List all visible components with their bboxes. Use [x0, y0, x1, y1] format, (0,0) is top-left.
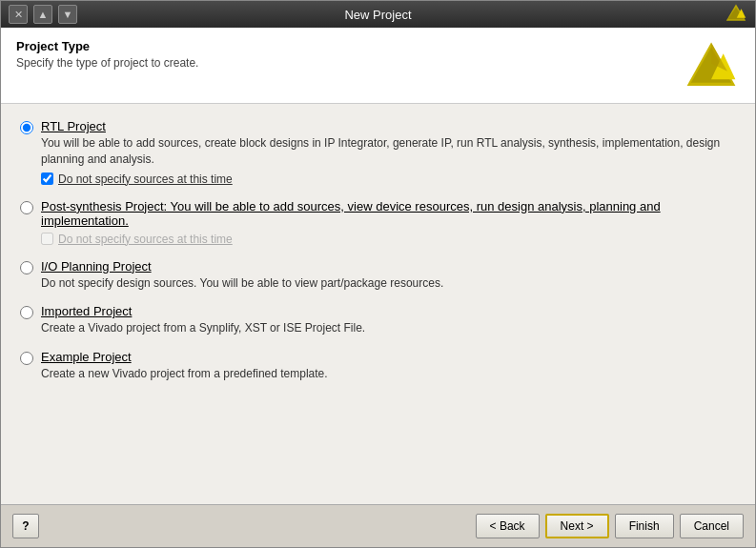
- page-title: Project Type: [16, 39, 683, 53]
- post-synthesis-label: Post-synthesis Project: You will be able…: [41, 199, 661, 228]
- next-button[interactable]: Next >: [545, 514, 609, 538]
- io-planning-label: I/O Planning Project: [41, 259, 152, 274]
- example-project-desc: Create a new Vivado project from a prede…: [41, 366, 736, 382]
- example-project-item: Example Project Create a new Vivado proj…: [20, 350, 736, 382]
- close-button[interactable]: ✕: [9, 5, 28, 24]
- footer-section: ? < Back Next > Finish Cancel: [1, 504, 755, 547]
- header-logo: [683, 39, 740, 91]
- content-area: Project Type Specify the type of project…: [1, 28, 755, 504]
- io-planning-desc: Do not specify design sources. You will …: [41, 275, 736, 292]
- cancel-button[interactable]: Cancel: [680, 514, 744, 538]
- post-synthesis-radio[interactable]: [20, 201, 33, 214]
- finish-button[interactable]: Finish: [615, 514, 674, 538]
- imported-project-desc: Create a Vivado project from a Synplify,…: [41, 320, 736, 336]
- rtl-project-item: RTL Project You will be able to add sour…: [20, 119, 736, 186]
- rtl-project-desc: You will be able to add sources, create …: [41, 135, 736, 168]
- rtl-project-label: RTL Project: [41, 119, 106, 133]
- help-button[interactable]: ?: [12, 514, 39, 538]
- imported-project-content: Imported Project Create a Vivado project…: [41, 304, 736, 336]
- scroll-down-button[interactable]: ▼: [58, 5, 77, 24]
- scroll-up-button[interactable]: ▲: [33, 5, 52, 24]
- post-synthesis-content: Post-synthesis Project: You will be able…: [41, 199, 736, 246]
- rtl-project-content: RTL Project You will be able to add sour…: [41, 119, 736, 186]
- post-synthesis-checkbox-row: Do not specify sources at this time: [41, 233, 736, 246]
- header-section: Project Type Specify the type of project…: [1, 28, 755, 104]
- post-synthesis-no-sources-label: Do not specify sources at this time: [58, 233, 233, 246]
- title-bar-controls: ✕ ▲ ▼: [9, 5, 77, 24]
- back-button[interactable]: < Back: [476, 514, 540, 538]
- post-synthesis-no-sources-checkbox: [41, 233, 53, 245]
- imported-project-radio[interactable]: [20, 306, 33, 319]
- page-subtitle: Specify the type of project to create.: [16, 56, 683, 70]
- rtl-no-sources-label: Do not specify sources at this time: [58, 173, 233, 186]
- header-text: Project Type Specify the type of project…: [16, 39, 683, 70]
- example-project-label: Example Project: [41, 350, 132, 364]
- rtl-no-sources-checkbox[interactable]: [41, 173, 53, 185]
- main-content: RTL Project You will be able to add sour…: [1, 104, 755, 504]
- new-project-window: ✕ ▲ ▼ New Project Project Type Specify t…: [0, 0, 756, 548]
- imported-project-label: Imported Project: [41, 304, 132, 318]
- window-title: New Project: [344, 8, 411, 22]
- io-planning-radio[interactable]: [20, 261, 33, 274]
- imported-project-item: Imported Project Create a Vivado project…: [20, 304, 736, 336]
- title-bar: ✕ ▲ ▼ New Project: [1, 1, 755, 28]
- io-planning-content: I/O Planning Project Do not specify desi…: [41, 259, 736, 292]
- example-project-content: Example Project Create a new Vivado proj…: [41, 350, 736, 382]
- titlebar-logo: [725, 3, 747, 27]
- footer-left: ?: [12, 514, 39, 538]
- post-synthesis-item: Post-synthesis Project: You will be able…: [20, 199, 736, 246]
- io-planning-item: I/O Planning Project Do not specify desi…: [20, 259, 736, 292]
- rtl-checkbox-row: Do not specify sources at this time: [41, 173, 736, 186]
- example-project-radio[interactable]: [20, 352, 33, 365]
- project-type-group: RTL Project You will be able to add sour…: [20, 119, 736, 382]
- footer-right: < Back Next > Finish Cancel: [476, 514, 744, 538]
- rtl-project-radio[interactable]: [20, 121, 33, 134]
